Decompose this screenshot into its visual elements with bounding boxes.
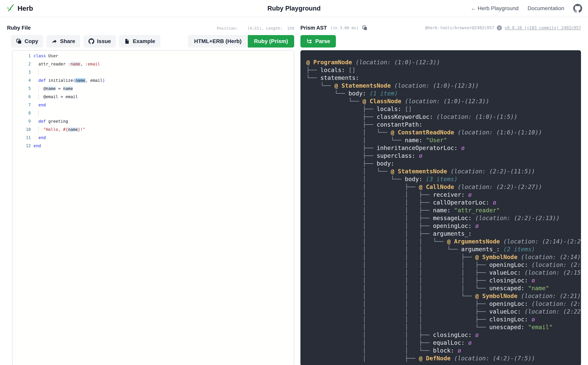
- documentation-link[interactable]: Documentation: [528, 5, 564, 12]
- ast-line: │ │ └── block: ø: [306, 347, 581, 354]
- version-info: @herb-tools/browser@2402c957 i v0.8.10 (…: [425, 25, 581, 30]
- code-line: 2 attr_reader :name, :email: [13, 60, 294, 68]
- ast-line: │ ├── @ DefNode (location: (4:2)-(7:5)): [306, 354, 581, 362]
- tree-icon: [306, 38, 312, 44]
- line-number: 11: [13, 133, 31, 142]
- ast-line: ├── classKeywordLoc: (location: (1:0)-(1…: [306, 113, 581, 121]
- panel-headers-row: Ruby File Position: (4:21), Length: 159 …: [0, 17, 588, 34]
- nav-links: ← Herb Playground Documentation: [471, 4, 582, 13]
- github-icon[interactable]: [573, 4, 582, 13]
- ast-line: └── @ StatementsNode (location: (1:0)-(1…: [306, 82, 581, 90]
- code-line: 4 def initialize(name, email): [13, 76, 294, 84]
- cursor-position-readout: Position: (4:21), Length: 159: [217, 26, 294, 31]
- package-name: @herb-tools/browser@2402c957: [425, 26, 494, 30]
- ast-line: │ │ ├── messageLoc: (location: (2:2)-(2:…: [306, 214, 581, 222]
- prism-ast-output[interactable]: @ ProgramNode (location: (1:0)-(12:3))├─…: [300, 50, 581, 365]
- back-to-playground-link[interactable]: ← Herb Playground: [471, 5, 519, 12]
- line-number: 6: [13, 93, 31, 101]
- code-line: 12end: [13, 142, 294, 150]
- panels-row: 1class User2 attr_reader :name, :email3 …: [0, 48, 588, 365]
- issue-button[interactable]: Issue: [83, 35, 116, 48]
- ast-line: │ │ ├── receiver: ø: [306, 191, 581, 199]
- ast-line: │ │ │ └── @ ArgumentsNode (location: (2:…: [306, 238, 581, 246]
- brand-label: Herb: [18, 5, 33, 12]
- ast-line: │ │ ├── callOperatorLoc: ø: [306, 199, 581, 206]
- code-lines: 1class User2 attr_reader :name, :email3 …: [13, 52, 294, 150]
- code-line: 7 end: [13, 101, 294, 109]
- line-number: 10: [13, 126, 31, 133]
- line-number: 3: [13, 68, 31, 76]
- ruby-code-editor[interactable]: 1class User2 attr_reader :name, :email3 …: [12, 50, 294, 365]
- ast-line: ├── body:: [306, 160, 581, 168]
- share-icon: [51, 38, 57, 44]
- ast-line: │ │ │ ├── @ SymbolNode (location: (2:14)…: [306, 253, 581, 261]
- code-line: 11 end: [13, 133, 294, 142]
- editor-header: Ruby File Position: (4:21), Length: 159: [7, 25, 294, 31]
- editor-title: Ruby File: [7, 25, 31, 31]
- info-icon[interactable]: i: [497, 25, 502, 30]
- ast-line: │ │ │ └── unescaped: "email": [306, 323, 581, 331]
- ast-line: ├── constantPath:: [306, 121, 581, 129]
- herb-leaf-icon: [7, 3, 15, 14]
- ast-line: │ │ ├── openingLoc: ø: [306, 222, 581, 230]
- code-line: 8: [13, 109, 294, 117]
- ast-line: │ └── @ StatementsNode (location: (2:2)-…: [306, 168, 581, 175]
- ast-line: └── @ ClassNode (location: (1:0)-(12:3)): [306, 97, 581, 105]
- code-line: 6 @email = email: [13, 93, 294, 101]
- code-line: 9 def greeting: [13, 117, 294, 126]
- mode-ruby-prism[interactable]: Ruby (Prism): [248, 35, 294, 48]
- ast-tree: @ ProgramNode (location: (1:0)-(12:3))├─…: [306, 58, 581, 362]
- line-number: 12: [13, 142, 31, 150]
- line-number: 7: [13, 101, 31, 109]
- line-number: 5: [13, 84, 31, 93]
- ast-line: │ │ │ │ └── unescaped: "name": [306, 284, 581, 292]
- editor-toolbar: Copy Share Issue Example HTML+ERB (Herb)…: [11, 35, 294, 48]
- brand[interactable]: Herb: [7, 3, 33, 14]
- share-button[interactable]: Share: [46, 35, 80, 48]
- navbar: Herb Ruby Playground ← Herb Playground D…: [0, 0, 588, 17]
- copy-ast-button[interactable]: [362, 25, 368, 31]
- ast-line: └── body: (1 item): [306, 90, 581, 97]
- ast-line: │ │ │ ├── openingLoc: (location: (2:21)-…: [306, 300, 581, 308]
- parse-button[interactable]: Parse: [300, 35, 336, 48]
- line-number: 2: [13, 60, 31, 68]
- example-button[interactable]: Example: [119, 35, 160, 48]
- github-issue-icon: [88, 38, 94, 44]
- file-icon: [124, 38, 130, 44]
- line-number: 4: [13, 76, 31, 84]
- copy-button[interactable]: Copy: [11, 35, 43, 48]
- ast-line: │ └── name: "User": [306, 136, 581, 144]
- line-number: 8: [13, 109, 31, 117]
- ast-toolbar: Parse: [300, 35, 581, 48]
- ast-line: │ │ ├── arguments_:: [306, 230, 581, 238]
- ast-line: └── statements:: [306, 74, 581, 82]
- ast-line: │ └── body: (3 items): [306, 175, 581, 183]
- code-line: 3: [13, 68, 294, 76]
- ast-line: ├── locals: []: [306, 66, 581, 74]
- ast-line: │ │ │ │ ├── valueLoc: (location: (2:15)-…: [306, 269, 581, 277]
- ast-line: │ │ ├── equalLoc: ø: [306, 339, 581, 347]
- ast-line: │ │ │ └── @ SymbolNode (location: (2:21)…: [306, 292, 581, 300]
- mode-html-erb[interactable]: HTML+ERB (Herb): [188, 35, 248, 48]
- ast-line: │ │ │ └── arguments_: (2 items): [306, 246, 581, 253]
- code-line: 1class User: [13, 52, 294, 60]
- ast-line: │ │ ├── name: "attr_reader": [306, 206, 581, 214]
- indent-guide: [38, 110, 39, 116]
- ast-line: │ │ ├── closingLoc: ø: [306, 331, 581, 339]
- ast-line: │ │ │ ├── closingLoc: ø: [306, 316, 581, 323]
- ast-line: │ │ │ ├── valueLoc: (location: (2:22)-(2…: [306, 308, 581, 316]
- ast-line: │ ├── @ CallNode (location: (2:2)-(2:27)…: [306, 183, 581, 191]
- line-number: 9: [13, 117, 31, 126]
- ast-line: ├── superclass: ø: [306, 152, 581, 160]
- parse-timing: (in 3.00 ms): [330, 26, 359, 30]
- ast-title: Prism AST: [300, 25, 327, 31]
- ast-line: │ │ │ │ ├── openingLoc: (location: (2:14…: [306, 261, 581, 269]
- copy-icon: [16, 38, 22, 44]
- code-line: 5 @name = name: [13, 84, 294, 93]
- indent-guide: [38, 70, 39, 75]
- version-link[interactable]: v0.8.10 (+183 commits) 2402c957: [505, 26, 581, 30]
- code-line: 10 "Hello, #{name}!": [13, 126, 294, 133]
- ast-line: ├── inheritanceOperatorLoc: ø: [306, 144, 581, 152]
- ast-line: │ │ │ │ ├── closingLoc: ø: [306, 277, 581, 284]
- ast-line: ├── locals: []: [306, 105, 581, 113]
